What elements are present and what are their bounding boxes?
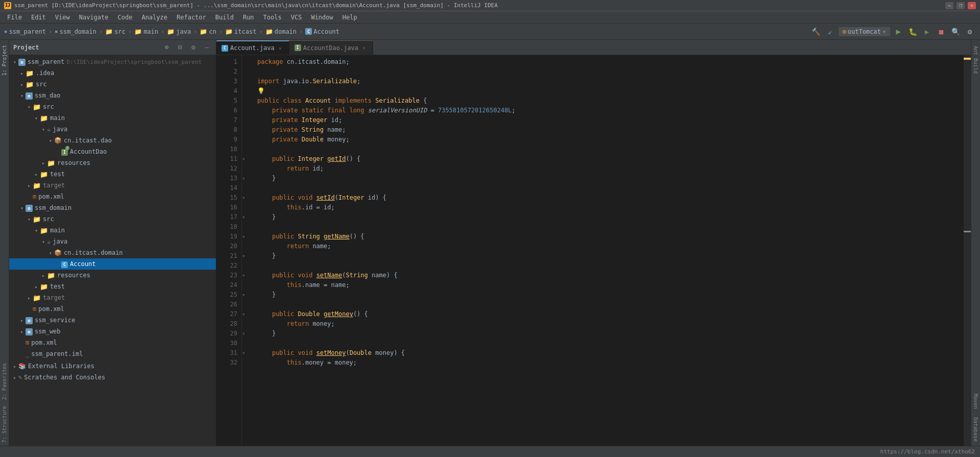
bc-main[interactable]: 📁 main (134, 28, 158, 35)
fold-btn-25[interactable]: ▾ (242, 290, 252, 300)
right-tab-ant-build[interactable]: Ant Build (972, 42, 979, 78)
arrow-target-dao[interactable] (26, 182, 33, 189)
tree-item-ssm_dao_java[interactable]: ☕ java (9, 124, 216, 135)
tree-item-ssm_dao_src[interactable]: 📁 src (9, 101, 216, 112)
tree-item-pom-root[interactable]: m pom.xml (9, 337, 216, 348)
tab-close-account-dao[interactable]: ✕ (360, 44, 368, 52)
window-controls[interactable]: — ❒ ✕ (945, 2, 976, 9)
fold-btn-29[interactable]: ▾ (242, 329, 252, 339)
arrow-ssm_service[interactable] (18, 317, 26, 324)
sidebar-tab-favorites[interactable]: 2: Favorites (1, 360, 8, 403)
tree-item-ssm_parent_iml[interactable]: _ ssm_parent.iml (9, 348, 216, 359)
tree-item-Account[interactable]: C Account (9, 258, 216, 270)
maximize-btn[interactable]: ❒ (957, 2, 965, 9)
tree-item-resources-dao[interactable]: 📁 resources (9, 157, 216, 169)
tree-item-resources-domain[interactable]: 📁 resources (9, 270, 216, 281)
bc-src[interactable]: 📁 src (105, 28, 126, 35)
panel-hide-btn[interactable]: — (202, 42, 212, 53)
arrow-idea[interactable] (18, 69, 26, 77)
menu-item-help[interactable]: Help (338, 13, 361, 22)
tree-item-target-dao[interactable]: 📁 target (9, 180, 216, 191)
tree-item-ssm_parent[interactable]: m ssm_parent D:\IDE\ideaProject\springbo… (9, 56, 216, 67)
arrow-ssm_parent[interactable] (11, 58, 18, 65)
menu-item-edit[interactable]: Edit (27, 13, 50, 22)
tab-account-dao-java[interactable]: I AccountDao.java ✕ (289, 40, 373, 55)
tree-item-src-top[interactable]: 📁 src (9, 79, 216, 90)
arrow-ssm_domain_src[interactable] (26, 215, 33, 223)
tree-item-ssm_domain_src[interactable]: 📁 src (9, 213, 216, 225)
right-tab-database[interactable]: Database (972, 413, 979, 446)
bc-account[interactable]: C Account (305, 28, 339, 35)
search-everywhere-btn[interactable]: 🔍 (949, 26, 962, 38)
tab-account-java[interactable]: C Account.java ✕ (216, 40, 289, 55)
tree-item-cn_itcast_domain[interactable]: 📦 cn.itcast.domain (9, 247, 216, 258)
arrow-target-domain[interactable] (26, 294, 33, 301)
fold-btn-13[interactable]: ▾ (242, 174, 252, 183)
close-btn[interactable]: ✕ (968, 2, 976, 9)
tree-item-test-domain[interactable]: 📁 test (9, 281, 216, 292)
code-content[interactable]: package cn.itcast.domain; import java.io… (252, 55, 964, 446)
fold-btn-21[interactable]: ▾ (242, 251, 252, 261)
menu-item-file[interactable]: File (3, 13, 26, 22)
menu-item-code[interactable]: Code (114, 13, 137, 22)
fold-btn-31[interactable]: ▾ (242, 348, 252, 358)
update-btn[interactable]: ↙ (824, 26, 837, 38)
bc-ssm_domain[interactable]: ▪ ssm_domain (55, 28, 96, 35)
tree-item-ssm_dao[interactable]: m ssm_dao (9, 90, 216, 101)
arrow-ssm_dao_main[interactable] (33, 114, 40, 122)
panel-gear-btn[interactable]: ⚙ (188, 42, 199, 53)
breadcrumb-ssm_parent[interactable]: ▪ ssm_parent (4, 28, 46, 35)
tree-item-target-domain[interactable]: 📁 target (9, 292, 216, 303)
tree-item-pom-domain[interactable]: m pom.xml (9, 303, 216, 315)
arrow-test-domain[interactable] (33, 283, 40, 290)
tree-item-ssm_domain_main[interactable]: 📁 main (9, 225, 216, 236)
tree-item-pom-dao[interactable]: m pom.xml (9, 191, 216, 202)
build-btn[interactable]: 🔨 (810, 26, 822, 38)
fold-btn-17[interactable]: ▾ (242, 212, 252, 222)
tree-item-ssm_dao_main[interactable]: 📁 main (9, 112, 216, 124)
menu-item-view[interactable]: View (51, 13, 74, 22)
run-btn[interactable]: ▶ (892, 26, 904, 38)
tree-item-ssm_domain_java[interactable]: ☕ java (9, 236, 216, 247)
fold-btn-19[interactable]: ▾ (242, 232, 252, 242)
sidebar-tab-project[interactable]: 1: Project (1, 42, 8, 79)
arrow-ssm_dao_src[interactable] (26, 103, 33, 110)
tree-item-test-dao[interactable]: 📁 test (9, 169, 216, 180)
panel-collapse-btn[interactable]: ⊟ (175, 42, 185, 53)
fold-btn-23[interactable]: ▾ (242, 271, 252, 280)
tree-item-cn_itcast_dao[interactable]: 📦 cn.itcast.dao (9, 135, 216, 146)
arrow-resources-domain[interactable] (40, 272, 47, 279)
arrow-ssm_dao[interactable] (18, 92, 26, 99)
coverage-btn[interactable]: ▶ (921, 26, 933, 38)
arrow-test-dao[interactable] (33, 171, 40, 178)
fold-btn-27[interactable]: ▾ (242, 309, 252, 319)
arrow-ssm_web[interactable] (18, 328, 26, 335)
stop-btn[interactable]: ■ (935, 26, 947, 38)
bc-cn[interactable]: 📁 cn (200, 28, 216, 35)
tree-item-external-libs[interactable]: 📚 External Libraries (9, 360, 216, 372)
tree-item-ssm_web[interactable]: m ssm_web (9, 326, 216, 337)
tree-item-idea[interactable]: 📁 .idea (9, 67, 216, 79)
sidebar-tab-structure[interactable]: 7: Structure (1, 403, 8, 446)
tree-item-AccountDao[interactable]: I ! AccountDao (9, 146, 216, 157)
arrow-external-libs[interactable] (11, 363, 18, 370)
arrow-ssm_domain_java[interactable] (40, 238, 47, 245)
run-config[interactable]: ⚙ outTomcat ▾ (839, 27, 891, 36)
menu-item-refactor[interactable]: Refactor (173, 13, 210, 22)
menu-item-tools[interactable]: Tools (259, 13, 286, 22)
arrow-ssm_domain_main[interactable] (33, 227, 40, 234)
menu-item-build[interactable]: Build (211, 13, 238, 22)
bc-java[interactable]: 📁 java (167, 28, 191, 35)
arrow-ssm_domain[interactable] (18, 204, 26, 211)
menu-item-analyze[interactable]: Analyze (137, 13, 172, 22)
menu-item-navigate[interactable]: Navigate (75, 13, 113, 22)
bc-itcast[interactable]: 📁 itcast (225, 28, 256, 35)
tree-item-scratches[interactable]: ✎ Scratches and Consoles (9, 372, 216, 383)
minimize-btn[interactable]: — (945, 2, 953, 9)
right-tab-maven[interactable]: Maven (972, 390, 979, 413)
arrow-resources-dao[interactable] (40, 159, 47, 166)
bc-domain[interactable]: 📁 domain (265, 28, 297, 35)
tab-close-account[interactable]: ✕ (277, 44, 284, 52)
settings-btn[interactable]: ⚙ (964, 26, 976, 38)
panel-options-btn[interactable]: ⊕ (162, 42, 172, 53)
